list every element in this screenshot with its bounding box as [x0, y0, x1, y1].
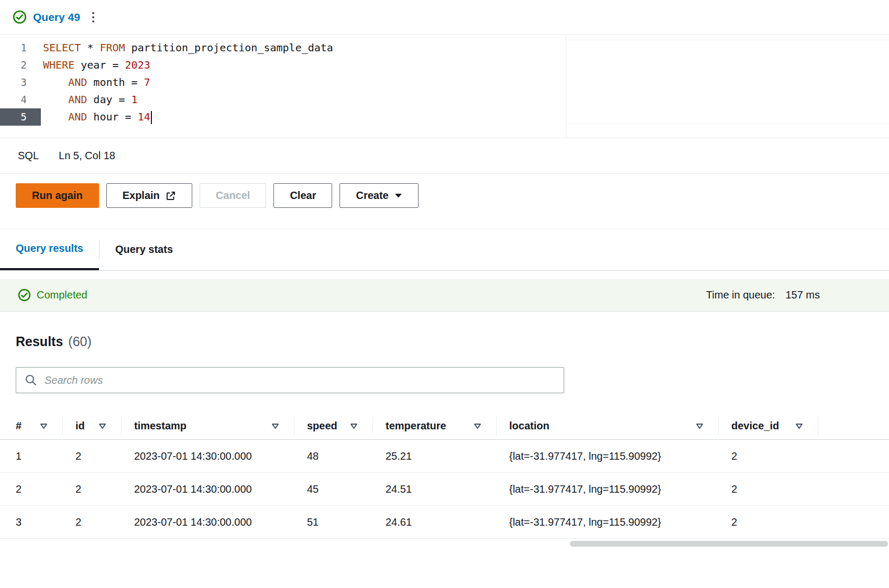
- table-cell: 3: [0, 516, 63, 528]
- table-cell: {lat=-31.977417, lng=115.90992}: [497, 516, 719, 528]
- code-token: *: [81, 41, 100, 54]
- column-header-row-number[interactable]: #: [0, 417, 63, 436]
- line-number: 1: [0, 39, 41, 57]
- athena-query-editor-page: Query 49 12345 SELECT * FROM partition_p…: [0, 0, 889, 588]
- code-token: 14: [138, 110, 150, 123]
- code-line[interactable]: AND day = 1: [43, 91, 333, 108]
- code-line[interactable]: AND hour = 14: [43, 108, 333, 126]
- sort-filter-icon: [474, 423, 481, 429]
- table-cell: 2: [0, 483, 63, 495]
- table-cell: 2023-07-01 14:30:00.000: [122, 450, 294, 462]
- code-token: [43, 110, 68, 123]
- code-line[interactable]: WHERE year = 2023: [43, 57, 333, 74]
- table-cell: 2: [63, 450, 122, 462]
- code-token: 1: [131, 93, 138, 106]
- tab-query-stats[interactable]: Query stats: [100, 229, 189, 270]
- column-header-id[interactable]: id: [63, 417, 122, 436]
- table-cell: 51: [294, 516, 373, 528]
- query-tab-title[interactable]: Query 49: [33, 11, 80, 24]
- run-again-button[interactable]: Run again: [16, 183, 99, 208]
- explain-button[interactable]: Explain: [106, 183, 192, 208]
- line-number: 3: [0, 74, 41, 91]
- table-row[interactable]: 122023-07-01 14:30:00.0004825.21{lat=-31…: [0, 440, 889, 473]
- cursor-position-label: Ln 5, Col 18: [59, 150, 115, 162]
- column-header-location[interactable]: location: [497, 417, 719, 436]
- search-rows-container: [16, 367, 564, 393]
- table-cell: 25.21: [373, 450, 497, 462]
- query-status-banner: Completed Time in queue: 157 ms: [0, 279, 889, 312]
- code-line[interactable]: AND month = 7: [43, 74, 333, 91]
- editor-right-rule-top: [566, 40, 889, 40]
- results-tabs: Query results Query stats: [0, 229, 889, 271]
- time-in-queue-label: Time in queue:: [706, 289, 775, 301]
- time-in-queue-value: 157 ms: [785, 289, 820, 301]
- external-link-icon: [166, 191, 176, 201]
- table-cell: 2023-07-01 14:30:00.000: [122, 516, 294, 528]
- clear-button[interactable]: Clear: [273, 183, 332, 208]
- column-header-device_id[interactable]: device_id: [719, 417, 818, 436]
- query-actions: Run again Explain Cancel Clear Create: [16, 183, 419, 208]
- query-status: Completed: [18, 289, 87, 302]
- results-title: Results: [16, 334, 63, 349]
- column-header-temperature[interactable]: temperature: [373, 417, 497, 436]
- code-token: [43, 76, 68, 88]
- code-area[interactable]: SELECT * FROM partition_projection_sampl…: [43, 39, 333, 126]
- table-cell: {lat=-31.977417, lng=115.90992}: [497, 483, 719, 495]
- table-cell: 2023-07-01 14:30:00.000: [122, 483, 294, 495]
- column-label: speed: [307, 420, 337, 432]
- search-rows-input[interactable]: [16, 367, 564, 393]
- column-label: id: [75, 420, 85, 432]
- query-tab-bar: Query 49: [0, 0, 889, 35]
- sql-editor[interactable]: 12345 SELECT * FROM partition_projection…: [0, 35, 889, 138]
- sort-filter-icon: [795, 423, 803, 429]
- results-heading: Results (60): [16, 334, 92, 349]
- table-row[interactable]: 322023-07-01 14:30:00.0005124.61{lat=-31…: [0, 506, 889, 539]
- code-token: partition_projection_sample_data: [125, 41, 333, 54]
- language-label: SQL: [18, 150, 39, 162]
- table-cell: {lat=-31.977417, lng=115.90992}: [497, 450, 719, 462]
- sort-filter-icon: [696, 423, 704, 429]
- table-cell: 2: [63, 516, 122, 528]
- results-table: # id timestamp speed temperature locatio…: [0, 413, 889, 539]
- kebab-menu-icon[interactable]: [90, 9, 97, 25]
- code-token: [43, 93, 68, 106]
- horizontal-scrollbar-thumb[interactable]: [570, 541, 888, 547]
- table-cell: 2: [719, 450, 818, 462]
- code-token: FROM: [100, 41, 125, 54]
- code-line[interactable]: SELECT * FROM partition_projection_sampl…: [43, 39, 333, 57]
- query-status-text: Completed: [37, 289, 87, 301]
- create-button-label: Create: [356, 190, 388, 202]
- column-label: temperature: [386, 420, 446, 432]
- text-cursor: [151, 111, 152, 124]
- table-cell: 24.51: [373, 483, 497, 495]
- line-number: 4: [0, 91, 41, 108]
- completed-check-icon: [18, 289, 31, 302]
- cancel-button[interactable]: Cancel: [200, 183, 267, 208]
- explain-button-label: Explain: [123, 190, 160, 202]
- tab-query-results-label: Query results: [16, 242, 83, 254]
- tab-query-results[interactable]: Query results: [0, 229, 99, 270]
- code-token: WHERE: [43, 59, 74, 71]
- code-token: 2023: [125, 59, 150, 71]
- create-button[interactable]: Create: [339, 183, 418, 208]
- table-cell: 1: [0, 450, 63, 462]
- code-token: AND: [68, 76, 87, 88]
- column-label: #: [16, 420, 21, 432]
- code-token: AND: [68, 93, 87, 106]
- table-cell: 2: [719, 483, 818, 495]
- query-success-check-icon: [13, 10, 27, 24]
- line-number-gutter: 12345: [0, 39, 41, 126]
- results-count: (60): [68, 334, 91, 349]
- code-token: SELECT: [43, 41, 81, 54]
- table-header-filler: [818, 417, 889, 436]
- line-number: 5: [0, 108, 41, 126]
- code-token: 7: [144, 76, 150, 88]
- table-cell: 45: [294, 483, 373, 495]
- table-cell: 2: [719, 516, 818, 528]
- column-label: timestamp: [134, 420, 186, 432]
- column-header-speed[interactable]: speed: [294, 417, 373, 436]
- table-row[interactable]: 222023-07-01 14:30:00.0004524.51{lat=-31…: [0, 473, 889, 506]
- column-header-timestamp[interactable]: timestamp: [122, 417, 294, 436]
- editor-status-bar: SQL Ln 5, Col 18: [0, 138, 889, 174]
- code-token: year =: [74, 59, 125, 71]
